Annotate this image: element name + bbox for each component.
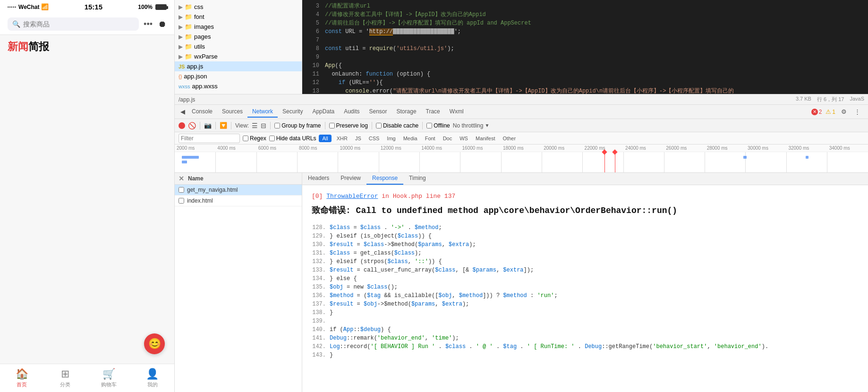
disable-cache-label[interactable]: Disable cache (376, 122, 418, 129)
ec-line-140: 140. if (App::$debug) { (312, 325, 859, 334)
ft-item-wxparse[interactable]: ▶ 📁 wxParse (175, 51, 302, 61)
toolbar-separator-4 (270, 122, 271, 129)
prev-tab-timing[interactable]: Timing (403, 173, 432, 185)
search-input[interactable] (23, 20, 80, 28)
disable-cache-checkbox[interactable] (376, 123, 382, 128)
type-btn-all[interactable]: All (319, 135, 331, 142)
tab-trace[interactable]: Trace (421, 106, 445, 118)
ft-item-utils[interactable]: ▶ 📁 utils (175, 42, 302, 51)
ft-item-images[interactable]: ▶ 📁 images (175, 22, 302, 32)
tab-home[interactable]: 🏠 首页 (0, 364, 43, 392)
view-label: View: (235, 122, 249, 129)
error-title-link[interactable]: ThrowableError (326, 193, 378, 200)
view-list-icon[interactable]: ☰ (252, 122, 258, 129)
clear-button[interactable]: 🚫 (188, 122, 196, 129)
tab-storage[interactable]: Storage (392, 106, 421, 118)
type-btn-js[interactable]: JS (353, 135, 364, 142)
camera-icon[interactable]: 📷 (204, 122, 212, 129)
tab-audits[interactable]: Audits (339, 106, 364, 118)
more-icon[interactable]: ••• (144, 19, 153, 29)
tl-22000: 22000 ms (583, 145, 623, 151)
ec-line-133: 133. $result = call_user_func_array($cla… (312, 266, 859, 274)
hide-data-urls-label[interactable]: Hide data URLs (269, 135, 316, 142)
tab-profile[interactable]: 👤 我的 (131, 364, 174, 392)
tab-cart[interactable]: 🛒 购物车 (87, 364, 131, 392)
tab-console[interactable]: Console (187, 106, 217, 118)
nl-checkbox-2[interactable] (179, 198, 184, 204)
filter-icon[interactable]: 🔽 (220, 122, 227, 129)
prev-tab-response[interactable]: Response (366, 173, 403, 185)
offline-label[interactable]: Offline (426, 122, 450, 129)
more-icon-dt[interactable]: ⋮ (852, 107, 862, 116)
tab-category[interactable]: ⊞ 分类 (43, 364, 87, 392)
ft-item-css[interactable]: ▶ 📁 css (175, 2, 302, 12)
regex-checkbox[interactable] (243, 136, 248, 141)
grid-line (623, 152, 624, 173)
float-button[interactable]: 😊 (144, 333, 165, 354)
search-wrap[interactable]: 🔍 (8, 17, 139, 31)
type-btn-xhr[interactable]: XHR (334, 135, 350, 142)
type-btn-css[interactable]: CSS (366, 135, 382, 142)
hide-data-urls-checkbox[interactable] (269, 136, 275, 141)
tab-appdata[interactable]: AppData (307, 106, 339, 118)
nl-item-naviga[interactable]: get_my_naviga.html (175, 185, 302, 196)
nl-item-index[interactable]: index.html (175, 196, 302, 206)
type-btn-img[interactable]: Img (384, 135, 398, 142)
tab-network[interactable]: Network (247, 106, 278, 118)
preserve-log-checkbox[interactable] (329, 123, 335, 128)
settings-icon[interactable]: ⚙ (839, 107, 849, 116)
tab-sensor[interactable]: Sensor (365, 106, 392, 118)
type-btn-ws[interactable]: WS (457, 135, 470, 142)
timeline-bar: 2000 ms 4000 ms 6000 ms 8000 ms 10000 ms… (175, 145, 868, 173)
regex-text: Regex (250, 135, 266, 142)
view-waterfall-icon[interactable]: ⊟ (261, 122, 266, 129)
tl-34000: 34000 ms (827, 145, 868, 151)
float-btn-icon: 😊 (148, 338, 161, 350)
type-btn-doc[interactable]: Doc (441, 135, 455, 142)
prev-tab-headers[interactable]: Headers (302, 173, 335, 185)
grid-line (460, 152, 460, 173)
ec-line-139: 139. (312, 317, 859, 325)
type-btn-media[interactable]: Media (401, 135, 420, 142)
ft-item-appjson[interactable]: {} app.json (175, 71, 302, 81)
group-by-frame-checkbox[interactable] (274, 123, 280, 128)
no-throttle-select[interactable]: No throttling ▼ (453, 122, 490, 129)
tl-20000: 20000 ms (542, 145, 582, 151)
group-by-frame-label[interactable]: Group by frame (274, 122, 321, 129)
phone-logo-area: 新闻简报 (0, 35, 174, 59)
ft-item-proj[interactable]: ⚙ project.config.json (175, 91, 302, 94)
ft-label-appjson: app.json (184, 73, 207, 80)
filter-input[interactable] (179, 134, 240, 143)
error-message: 致命错误: Call to undefined method app\core\… (312, 205, 859, 216)
offline-checkbox[interactable] (426, 123, 432, 128)
preserve-log-label[interactable]: Preserve log (329, 122, 368, 129)
tl-6000: 6000 ms (256, 145, 297, 151)
js-icon: JS (179, 64, 185, 69)
code-line-5: 5 //请前往后台【小程序】->【小程序配置】填写自己的 appId and A… (302, 19, 868, 27)
regex-label[interactable]: Regex (243, 135, 266, 142)
ft-label-css: css (194, 3, 204, 10)
warning-count: 1 (832, 109, 835, 115)
record-button[interactable] (179, 122, 185, 129)
code-editor[interactable]: 3 //请配置请求url 4 //请修改开发者工具中【详情】->【AppID】改… (302, 0, 868, 94)
prev-tab-preview[interactable]: Preview (335, 173, 366, 185)
ft-item-font[interactable]: ▶ 📁 font (175, 12, 302, 22)
back-icon[interactable]: ◀ (179, 107, 187, 116)
ft-item-appjs[interactable]: JS app.js (175, 61, 302, 71)
ft-item-pages[interactable]: ▶ 📁 pages (175, 32, 302, 42)
tl-16000: 16000 ms (460, 145, 501, 151)
status-right: 100% (138, 4, 167, 10)
proj-icon: ⚙ (179, 93, 183, 94)
type-btn-font[interactable]: Font (423, 135, 438, 142)
tab-security[interactable]: Security (278, 106, 307, 118)
ft-item-appwxss[interactable]: wxss app.wxss (175, 81, 302, 91)
tab-wxml[interactable]: Wxml (445, 106, 468, 118)
type-btn-other[interactable]: Other (501, 135, 519, 142)
nl-item-name-1: get_my_naviga.html (187, 187, 238, 193)
record-icon[interactable]: ⏺ (158, 19, 167, 29)
nl-close-button[interactable]: ✕ (179, 175, 184, 182)
nl-item-name-2: index.html (187, 197, 213, 204)
tab-sources[interactable]: Sources (217, 106, 247, 118)
type-btn-manifest[interactable]: Manifest (473, 135, 498, 142)
nl-checkbox-1[interactable] (179, 187, 184, 193)
